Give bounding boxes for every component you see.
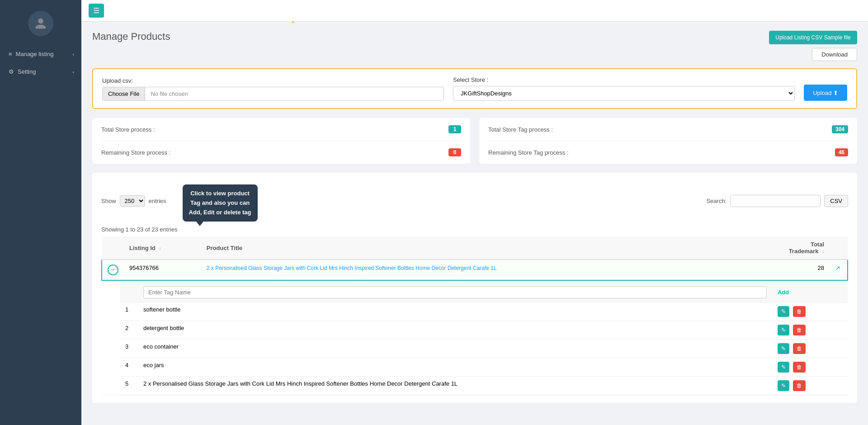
tag-num: 4: [120, 358, 138, 377]
topbar: ☰: [81, 0, 868, 22]
table-row: − 954376766 2 x Personalised Glass Stora…: [102, 260, 848, 280]
page-title: Manage Products: [92, 31, 170, 42]
table-section: Show 250 entries Click to view product T…: [92, 173, 857, 403]
avatar: [28, 11, 53, 36]
csv-button[interactable]: CSV: [824, 195, 848, 207]
add-tag-button[interactable]: Add: [778, 289, 789, 296]
col-expand: [102, 236, 124, 260]
page-content: Manage Products You can Upload listingid…: [81, 22, 868, 425]
product-table: Listing Id ↕ Product Title TotalTrademar…: [101, 236, 848, 396]
total-store-tag-process-value: 304: [832, 125, 848, 133]
collapse-button[interactable]: −: [108, 264, 118, 275]
upload-button[interactable]: Upload ⬆: [804, 85, 847, 101]
table-tooltip: Click to view product Tag and also you c…: [183, 184, 258, 222]
store-select[interactable]: JKGiftShopDesigns: [453, 86, 795, 101]
tag-actions: ✎ 🗑: [772, 377, 848, 395]
external-link-button[interactable]: ↗: [835, 264, 840, 272]
tag-col-num: [120, 283, 138, 302]
left-stats-card: Total Store process : 1 Remaining Store …: [92, 118, 470, 164]
tag-actions: ✎ 🗑: [772, 321, 848, 340]
stats-row: Total Store process : 1 Remaining Store …: [92, 118, 857, 164]
download-button[interactable]: Download: [812, 48, 857, 61]
entries-select[interactable]: 250: [120, 195, 145, 207]
hamburger-button[interactable]: ☰: [89, 4, 104, 18]
file-input-wrapper: Choose File No file chosen: [102, 87, 444, 101]
select-store-group: Select Store : JKGiftShopDesigns: [453, 76, 795, 101]
table-tooltip-line2: Tag and also you can: [189, 198, 251, 208]
total-store-process: Total Store process : 1: [101, 125, 461, 133]
search-input[interactable]: [730, 195, 821, 207]
entries-label: entries: [149, 198, 166, 204]
remaining-store-tag-process-label: Remaining Store Tag process :: [488, 149, 569, 156]
delete-tag-button[interactable]: 🗑: [793, 325, 806, 335]
sidebar-item-label: Manage listing: [16, 51, 54, 57]
main-content: ☰ Manage Products You can Upload listing…: [81, 0, 868, 425]
file-name-display: No file chosen: [145, 87, 443, 100]
tag-subtable-cell: Add 1 softener bottle ✎ 🗑 2 detergent bo…: [102, 280, 848, 396]
total-store-tag-process: Total Store Tag process : 304: [488, 125, 848, 133]
tag-num: 3: [120, 340, 138, 358]
col-listing-id: Listing Id ↕: [124, 236, 201, 260]
delete-tag-button[interactable]: 🗑: [793, 306, 806, 317]
sidebar-menu: ≡ Manage listing ‹ ⚙ Setting ‹: [0, 45, 81, 80]
delete-tag-button[interactable]: 🗑: [793, 380, 806, 391]
table-tooltip-line1: Click to view product: [189, 189, 251, 198]
remaining-store-tag-process: Remaining Store Tag process : 46: [488, 148, 848, 156]
product-title-link[interactable]: 2 x Personalised Glass Storage Jars with…: [207, 265, 497, 271]
search-label: Search:: [706, 198, 726, 204]
sidebar: ≡ Manage listing ‹ ⚙ Setting ‹: [0, 0, 81, 425]
sidebar-item-label: Setting: [18, 68, 36, 75]
sidebar-item-manage-listing[interactable]: ≡ Manage listing ‹: [0, 45, 81, 63]
tag-row: 3 eco container ✎ 🗑: [120, 340, 848, 358]
tag-row: 1 softener bottle ✎ 🗑: [120, 302, 848, 321]
choose-file-button[interactable]: Choose File: [103, 87, 145, 100]
tag-num: 1: [120, 302, 138, 321]
edit-tag-button[interactable]: ✎: [778, 362, 789, 373]
delete-tag-button[interactable]: 🗑: [793, 343, 806, 354]
table-tooltip-line3: Add, Edit or delete tag: [189, 208, 251, 217]
tag-name-input[interactable]: [143, 286, 767, 298]
chevron-icon: ‹: [72, 69, 74, 75]
edit-tag-button[interactable]: ✎: [778, 380, 789, 391]
right-stats-card: Total Store Tag process : 304 Remaining …: [479, 118, 857, 164]
gear-icon: ⚙: [9, 68, 14, 75]
tag-row: 4 eco jars ✎ 🗑: [120, 358, 848, 377]
table-controls: Show 250 entries Click to view product T…: [101, 180, 848, 222]
col-spacer: [643, 236, 745, 260]
tag-actions: ✎ 🗑: [772, 358, 848, 377]
col-actions: [830, 236, 848, 260]
listing-id-value: 954376766: [129, 264, 159, 271]
delete-tag-button[interactable]: 🗑: [793, 362, 806, 373]
upload-csv-sample-button[interactable]: Upload Listing CSV Sample file: [769, 31, 857, 44]
remaining-store-tag-process-value: 46: [835, 148, 848, 156]
trademark-value: 28: [818, 264, 824, 271]
upload-csv-group: Upload csv: Choose File No file chosen: [102, 77, 444, 101]
sort-icon: ↕: [159, 246, 161, 251]
tag-name: eco jars: [138, 358, 772, 377]
col-total-trademark: TotalTrademark ↕: [746, 236, 830, 260]
edit-tag-button[interactable]: ✎: [778, 306, 789, 317]
product-title-cell: 2 x Personalised Glass Storage Jars with…: [201, 260, 746, 280]
list-icon: ≡: [9, 51, 12, 57]
total-store-process-value: 1: [448, 125, 461, 133]
expand-cell: −: [102, 260, 124, 280]
total-store-tag-process-label: Total Store Tag process :: [488, 126, 553, 133]
trademark-cell: 28: [746, 260, 830, 280]
upload-csv-label: Upload csv:: [102, 77, 444, 84]
col-product-title: Product Title: [201, 236, 643, 260]
sidebar-item-setting[interactable]: ⚙ Setting ‹: [0, 63, 81, 80]
avatar-area: [0, 0, 81, 45]
edit-tag-button[interactable]: ✎: [778, 325, 789, 335]
tag-row: 2 detergent bottle ✎ 🗑: [120, 321, 848, 340]
tag-col-name: [138, 283, 772, 302]
tag-num: 2: [120, 321, 138, 340]
tag-row: 5 2 x Personalised Glass Storage Jars wi…: [120, 377, 848, 395]
remaining-store-process-value: 0: [448, 148, 461, 156]
edit-tag-button[interactable]: ✎: [778, 343, 789, 354]
header-area: Manage Products You can Upload listingid…: [92, 31, 857, 61]
tag-header-row: Add: [120, 283, 848, 302]
tag-subtable: Add 1 softener bottle ✎ 🗑 2 detergent bo…: [120, 283, 848, 395]
tag-num: 5: [120, 377, 138, 395]
total-store-process-label: Total Store process :: [101, 126, 155, 133]
search-area: Search: CSV: [706, 195, 848, 207]
